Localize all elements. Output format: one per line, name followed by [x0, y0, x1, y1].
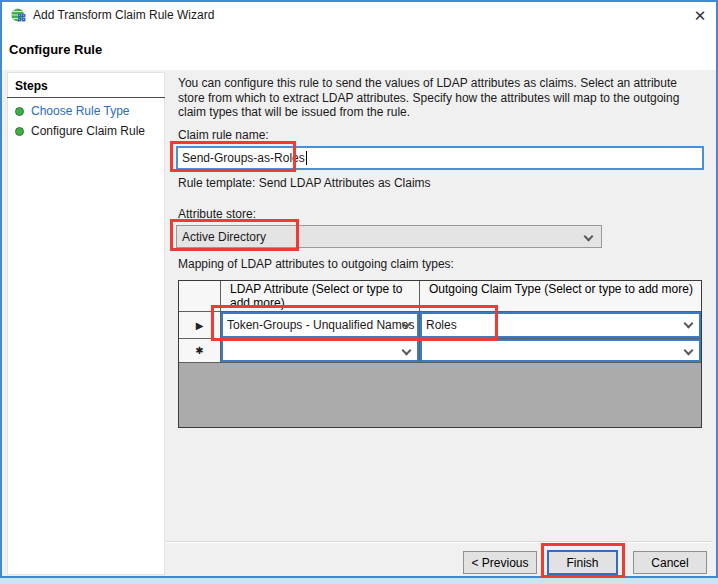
row-selector-cell[interactable]: ▶ — [179, 312, 221, 339]
text-caret — [306, 151, 307, 165]
attribute-store-value: Active Directory — [182, 230, 266, 244]
claim-rule-name-value: Send-Groups-as-Roles — [182, 151, 305, 165]
previous-button-label: < Previous — [471, 556, 528, 570]
chevron-down-icon — [584, 232, 594, 242]
cancel-button[interactable]: Cancel — [633, 551, 707, 574]
outgoing-claim-type-value: Roles — [426, 318, 457, 332]
rule-template-label: Rule template: Send LDAP Attributes as C… — [178, 176, 431, 190]
outgoing-claim-type-dropdown[interactable]: Roles — [420, 312, 701, 338]
step-label: Choose Rule Type — [31, 104, 130, 118]
cancel-button-label: Cancel — [651, 556, 688, 570]
ldap-attribute-dropdown[interactable] — [221, 339, 419, 362]
window-title: Add Transform Claim Rule Wizard — [33, 8, 214, 22]
chevron-down-icon — [684, 346, 694, 356]
step-bullet-icon — [15, 107, 24, 116]
finish-button-label: Finish — [566, 556, 598, 570]
page-title: Configure Rule — [9, 42, 102, 57]
column-header-label: Outgoing Claim Type (Select or type to a… — [420, 281, 701, 297]
table-row: ▶ Token-Groups - Unqualified Names Roles — [179, 312, 701, 339]
close-icon: ✕ — [694, 7, 707, 25]
ldap-attribute-value: Token-Groups - Unqualified Names — [227, 318, 414, 332]
table-header-row: LDAP Attribute (Select or type to add mo… — [179, 281, 701, 312]
outgoing-claim-type-column-header: Outgoing Claim Type (Select or type to a… — [420, 281, 701, 312]
app-icon — [10, 7, 27, 24]
outgoing-claim-type-dropdown[interactable] — [420, 339, 701, 362]
step-choose-rule-type[interactable]: Choose Rule Type — [15, 104, 130, 118]
chevron-down-icon — [402, 346, 412, 356]
header-band — [2, 30, 716, 70]
steps-panel — [7, 72, 165, 575]
step-bullet-icon — [15, 127, 24, 136]
finish-button[interactable]: Finish — [547, 550, 618, 575]
ldap-attribute-dropdown[interactable]: Token-Groups - Unqualified Names — [221, 312, 419, 338]
mapping-table: LDAP Attribute (Select or type to add mo… — [178, 280, 702, 428]
attribute-store-dropdown[interactable]: Active Directory — [176, 225, 602, 248]
previous-button[interactable]: < Previous — [463, 551, 537, 574]
step-configure-claim-rule[interactable]: Configure Claim Rule — [15, 124, 145, 138]
ldap-attribute-cell — [221, 339, 420, 363]
row-selector-cell[interactable]: ✱ — [179, 339, 221, 363]
new-row-icon: ✱ — [195, 345, 203, 356]
attribute-store-label: Attribute store: — [178, 207, 256, 221]
rule-description-text: You can configure this rule to send the … — [178, 76, 705, 120]
ldap-attribute-column-header: LDAP Attribute (Select or type to add mo… — [221, 281, 420, 312]
step-label: Configure Claim Rule — [31, 124, 145, 138]
steps-heading: Steps — [15, 79, 48, 93]
close-button[interactable]: ✕ — [684, 2, 716, 30]
table-row-new: ✱ — [179, 339, 701, 363]
table-empty-area — [179, 363, 701, 427]
row-selector-header — [179, 281, 221, 312]
outgoing-claim-type-cell: Roles — [420, 312, 701, 339]
claim-rule-name-label: Claim rule name: — [178, 128, 269, 142]
current-row-icon: ▶ — [196, 320, 204, 331]
steps-divider — [7, 97, 165, 98]
column-header-label: LDAP Attribute (Select or type to add mo… — [221, 281, 419, 311]
screen: Add Transform Claim Rule Wizard ✕ Config… — [0, 0, 718, 584]
outgoing-claim-type-cell — [420, 339, 701, 363]
ldap-attribute-cell: Token-Groups - Unqualified Names — [221, 312, 420, 339]
chevron-down-icon — [684, 319, 694, 329]
mapping-label: Mapping of LDAP attributes to outgoing c… — [178, 257, 454, 271]
footer-divider — [166, 541, 712, 543]
claim-rule-name-input[interactable]: Send-Groups-as-Roles — [176, 146, 704, 170]
